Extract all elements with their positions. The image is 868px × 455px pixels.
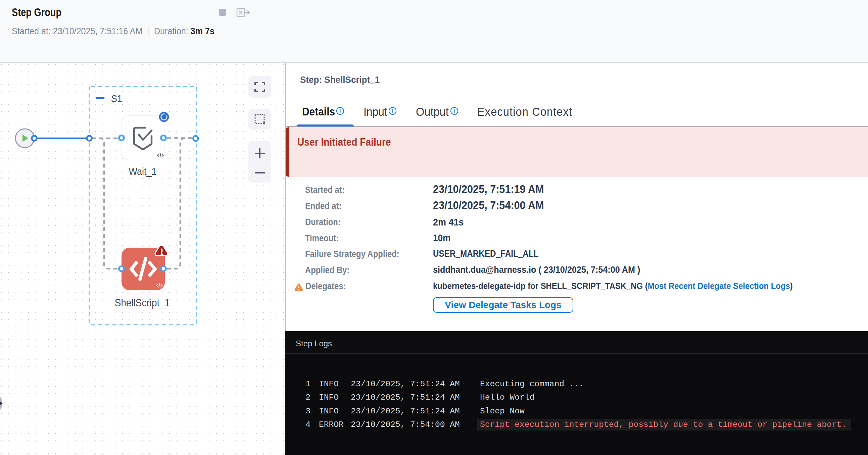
- svg-text:S1: S1: [111, 93, 122, 104]
- svg-text:ShellScript_1: ShellScript_1: [115, 297, 170, 309]
- svg-text:Wait_1: Wait_1: [129, 166, 157, 177]
